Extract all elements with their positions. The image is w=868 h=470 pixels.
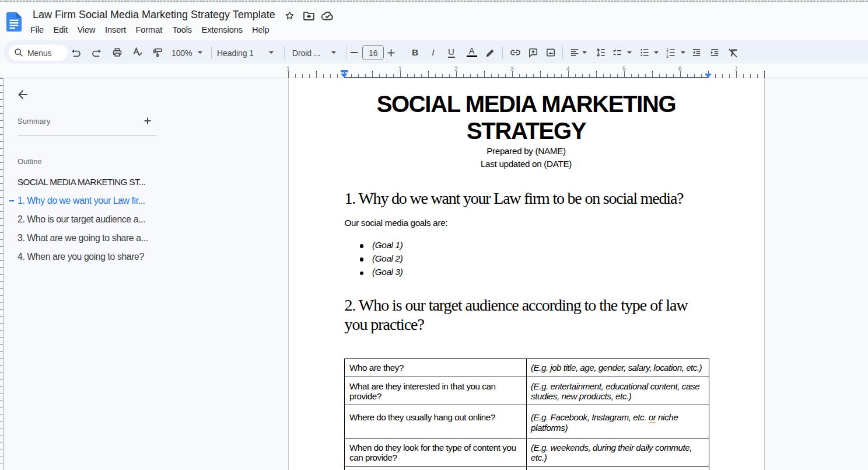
- svg-text:3: 3: [666, 54, 668, 58]
